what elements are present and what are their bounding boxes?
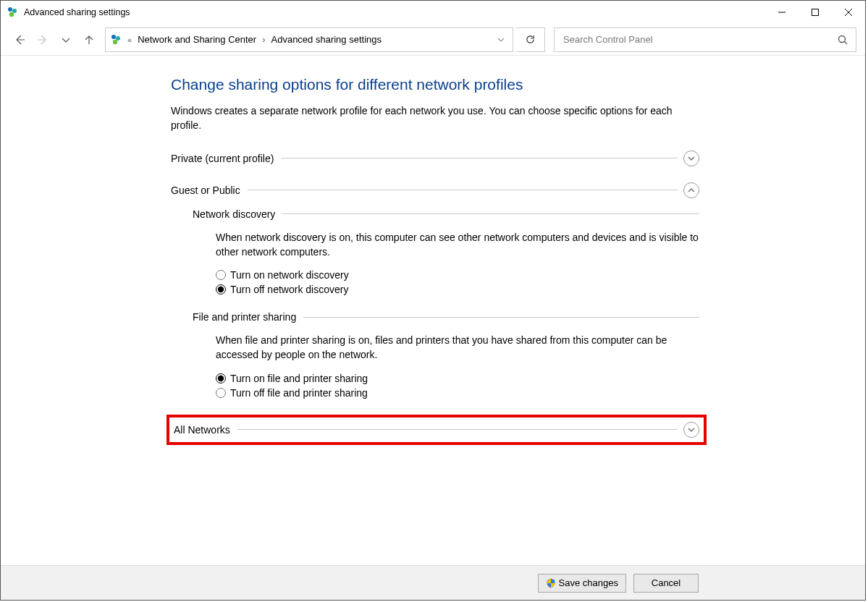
radio-fp-off-label: Turn off file and printer sharing [230, 387, 368, 399]
nav-forward-button[interactable] [33, 30, 53, 50]
radio-nd-on-input[interactable] [216, 270, 226, 280]
breadcrumb-separator-icon: › [261, 34, 266, 45]
radio-fp-on-label: Turn on file and printer sharing [230, 373, 368, 384]
minimize-button[interactable] [765, 1, 799, 24]
address-dropdown-icon[interactable] [494, 36, 508, 43]
radio-nd-on-label: Turn on network discovery [230, 269, 349, 281]
svg-point-7 [839, 35, 846, 42]
section-private-label: Private (current profile) [171, 153, 281, 164]
save-button[interactable]: Save changes [538, 574, 626, 593]
radio-nd-off-input[interactable] [216, 284, 226, 294]
divider [282, 213, 699, 214]
cancel-button-label: Cancel [652, 577, 681, 588]
breadcrumb-current[interactable]: Advanced sharing settings [271, 34, 382, 45]
highlight-annotation: All Networks [167, 415, 707, 445]
save-button-label: Save changes [559, 577, 618, 588]
svg-point-6 [113, 39, 117, 43]
nav-recent-dropdown[interactable] [56, 30, 76, 50]
breadcrumb-parent[interactable]: Network and Sharing Center [138, 34, 256, 45]
radio-fp-on-input[interactable] [216, 373, 226, 383]
radio-fp-off[interactable]: Turn off file and printer sharing [216, 387, 699, 399]
divider [303, 317, 699, 318]
svg-point-5 [116, 36, 120, 41]
nav-back-button[interactable] [9, 30, 30, 50]
search-input[interactable] [562, 33, 837, 46]
section-public-label: Guest or Public [171, 185, 248, 196]
page-description: Windows creates a separate network profi… [171, 103, 699, 133]
divider [237, 429, 678, 430]
radio-nd-off[interactable]: Turn off network discovery [216, 284, 699, 295]
file-printer-heading: File and printer sharing [193, 311, 303, 323]
network-discovery-heading: Network discovery [193, 208, 282, 220]
chevron-down-icon[interactable] [683, 422, 699, 438]
titlebar: Advanced sharing settings [1, 1, 865, 24]
section-all-networks[interactable]: All Networks [174, 422, 699, 438]
window-frame: Advanced sharing settings [0, 0, 866, 601]
chevron-up-icon[interactable] [683, 182, 699, 198]
file-printer-description: When file and printer sharing is on, fil… [216, 333, 699, 363]
radio-nd-on[interactable]: Turn on network discovery [216, 269, 699, 281]
svg-point-2 [9, 12, 14, 17]
network-discovery-description: When network discovery is on, this compu… [216, 230, 699, 260]
nav-up-button[interactable] [79, 30, 99, 50]
section-public[interactable]: Guest or Public [171, 182, 699, 198]
cancel-button[interactable]: Cancel [633, 574, 699, 593]
breadcrumb-history-icon[interactable]: « [126, 35, 133, 44]
toolbar: « Network and Sharing Center › Advanced … [1, 24, 865, 56]
page-title: Change sharing options for different net… [171, 76, 699, 93]
radio-nd-off-label: Turn off network discovery [230, 284, 348, 295]
section-all-networks-label: All Networks [174, 424, 237, 436]
svg-rect-3 [812, 9, 819, 16]
search-icon [837, 34, 848, 46]
window-title: Advanced sharing settings [24, 7, 130, 17]
close-button[interactable] [832, 1, 865, 24]
section-private[interactable]: Private (current profile) [171, 150, 699, 166]
radio-fp-off-input[interactable] [216, 388, 226, 398]
file-printer-group: File and printer sharing When file and p… [193, 311, 699, 399]
radio-fp-on[interactable]: Turn on file and printer sharing [216, 373, 699, 384]
refresh-button[interactable] [516, 27, 545, 52]
app-icon [7, 7, 18, 18]
address-icon [110, 34, 122, 46]
svg-point-1 [12, 9, 17, 13]
content-area: Change sharing options for different net… [1, 56, 865, 565]
svg-point-4 [111, 35, 116, 39]
footer: Save changes Cancel [1, 565, 865, 600]
svg-point-0 [8, 7, 12, 12]
network-discovery-group: Network discovery When network discovery… [193, 208, 699, 296]
shield-icon [546, 578, 556, 588]
address-bar[interactable]: « Network and Sharing Center › Advanced … [105, 27, 513, 52]
search-box[interactable] [554, 27, 856, 52]
chevron-down-icon[interactable] [683, 150, 699, 166]
divider [281, 158, 678, 158]
maximize-button[interactable] [799, 1, 832, 24]
divider [248, 190, 678, 190]
